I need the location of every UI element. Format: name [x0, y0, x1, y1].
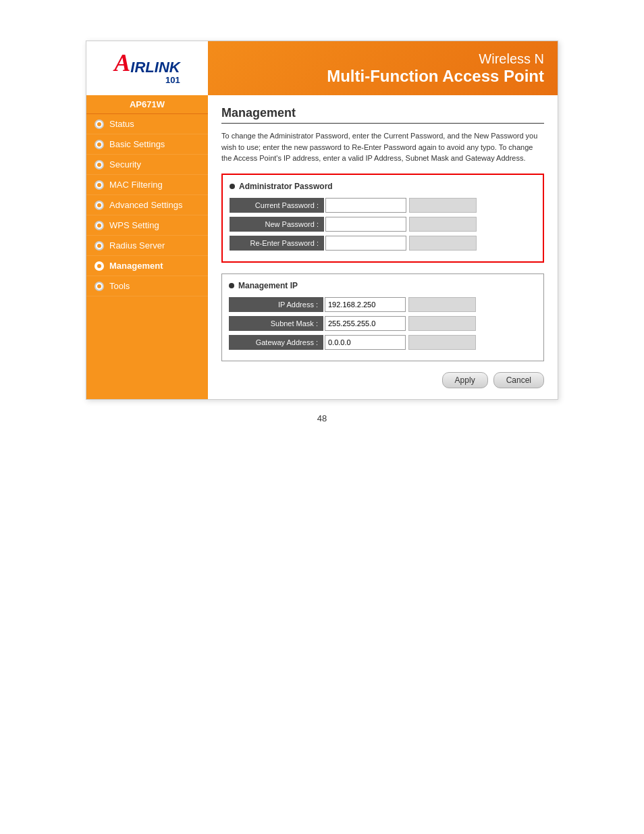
sidebar-item-management-label: Management [109, 261, 163, 271]
new-password-row: New Password : [230, 217, 536, 232]
sidebar-item-radius-server[interactable]: Radius Server [86, 236, 208, 256]
logo-101-text: 101 [165, 75, 180, 85]
sidebar-item-mac-filtering[interactable]: MAC Filtering [86, 175, 208, 195]
sidebar-item-security-label: Security [109, 159, 141, 170]
sidebar-bullet-wps [95, 221, 104, 230]
sidebar-item-radius-label: Radius Server [109, 240, 165, 251]
sidebar-model: AP671W [86, 95, 208, 114]
logo-irlink-text: IRLINK [130, 60, 180, 75]
sidebar-item-basic-settings-label: Basic Settings [109, 139, 165, 149]
button-row: Apply Cancel [221, 372, 544, 388]
sidebar-item-advanced-settings[interactable]: Advanced Settings [86, 195, 208, 215]
current-password-label: Current Password : [230, 198, 324, 213]
mgmt-bullet-icon [229, 283, 234, 288]
sidebar-bullet-advanced [95, 201, 104, 210]
sidebar-bullet-mac [95, 180, 104, 190]
page-number: 48 [317, 413, 327, 423]
reenter-password-label: Re-Enter Password : [230, 236, 324, 251]
admin-bullet-icon [230, 184, 235, 189]
sidebar-item-mac-filtering-label: MAC Filtering [109, 180, 163, 190]
management-ip-title: Management IP [229, 281, 537, 290]
sidebar-item-status-label: Status [109, 119, 134, 129]
management-ip-section: Management IP IP Address : Subnet Mask :… [221, 273, 544, 361]
sidebar-item-wps-label: WPS Setting [109, 220, 159, 230]
gateway-address-label: Gateway Address : [229, 335, 323, 350]
logo-area: A IRLINK 101 [86, 41, 208, 95]
ip-address-label: IP Address : [229, 297, 323, 312]
reenter-password-row: Re-Enter Password : [230, 236, 536, 251]
admin-password-section: Administrator Password Current Password … [221, 174, 544, 263]
apply-button[interactable]: Apply [442, 372, 488, 388]
page-title: Management [221, 106, 544, 124]
description-text: To change the Administrator Password, en… [221, 130, 544, 164]
reenter-password-input[interactable] [325, 236, 406, 251]
sidebar-item-tools[interactable]: Tools [86, 276, 208, 296]
content-area: Management To change the Administrator P… [208, 95, 558, 399]
sidebar-bullet-status [95, 120, 104, 129]
new-password-input[interactable] [325, 217, 406, 232]
subnet-mask-input[interactable] [325, 316, 406, 331]
header-title-area: Wireless N Multi-Function Access Point [208, 41, 558, 95]
sidebar-bullet-basic [95, 140, 104, 149]
header-title-line1: Wireless N [327, 51, 544, 67]
subnet-mask-gray-fill [408, 316, 476, 331]
sidebar-bullet-tools [95, 282, 104, 291]
new-password-gray-fill [409, 217, 477, 232]
header-title-line2: Multi-Function Access Point [327, 67, 544, 86]
gateway-address-input[interactable] [325, 335, 406, 350]
sidebar-bullet-management [95, 261, 104, 271]
sidebar-item-status[interactable]: Status [86, 114, 208, 134]
logo-a-letter: A [114, 51, 130, 75]
cancel-button[interactable]: Cancel [493, 372, 544, 388]
gateway-address-row: Gateway Address : [229, 335, 537, 350]
current-password-input[interactable] [325, 198, 406, 213]
ip-address-gray-fill [408, 297, 476, 312]
sidebar-item-basic-settings[interactable]: Basic Settings [86, 134, 208, 155]
reenter-password-gray-fill [409, 236, 477, 251]
ip-address-input[interactable] [325, 297, 406, 312]
current-password-row: Current Password : [230, 198, 536, 213]
sidebar-item-advanced-settings-label: Advanced Settings [109, 200, 182, 210]
new-password-label: New Password : [230, 217, 324, 232]
sidebar-item-tools-label: Tools [109, 281, 130, 291]
sidebar-item-security[interactable]: Security [86, 155, 208, 175]
gateway-gray-fill [408, 335, 476, 350]
sidebar-item-wps-setting[interactable]: WPS Setting [86, 215, 208, 236]
subnet-mask-row: Subnet Mask : [229, 316, 537, 331]
sidebar-bullet-radius [95, 241, 104, 251]
subnet-mask-label: Subnet Mask : [229, 316, 323, 331]
admin-password-title: Administrator Password [230, 182, 536, 191]
sidebar-item-management[interactable]: Management [86, 256, 208, 276]
sidebar: AP671W Status Basic Settings Security MA… [86, 95, 208, 399]
ip-address-row: IP Address : [229, 297, 537, 312]
current-password-gray-fill [409, 198, 477, 213]
sidebar-bullet-security [95, 160, 104, 170]
